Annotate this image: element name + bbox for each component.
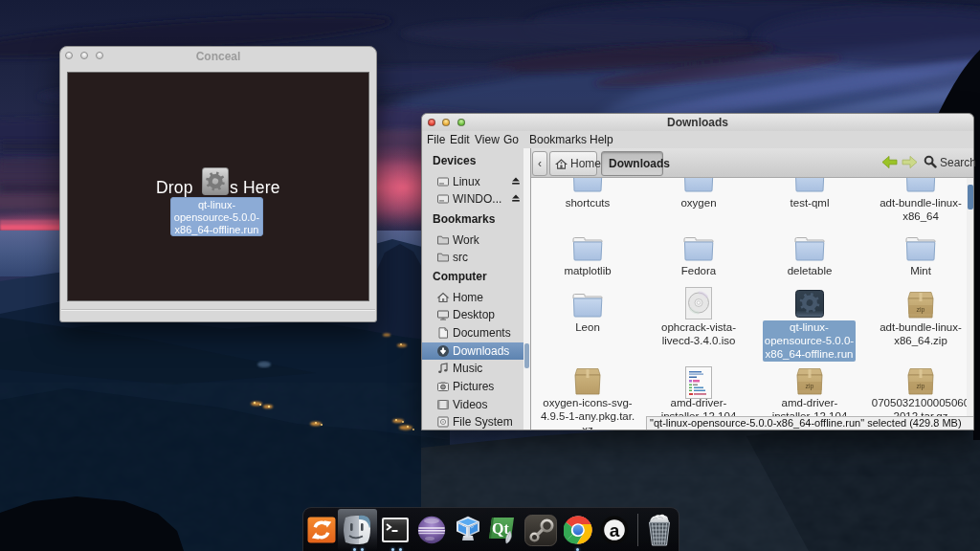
svg-text:zip: zip	[917, 383, 925, 390]
svg-text:a: a	[610, 520, 620, 540]
svg-text:zip: zip	[917, 306, 925, 314]
svg-text:Qt: Qt	[492, 520, 509, 537]
svg-text:zip: zip	[806, 383, 814, 390]
